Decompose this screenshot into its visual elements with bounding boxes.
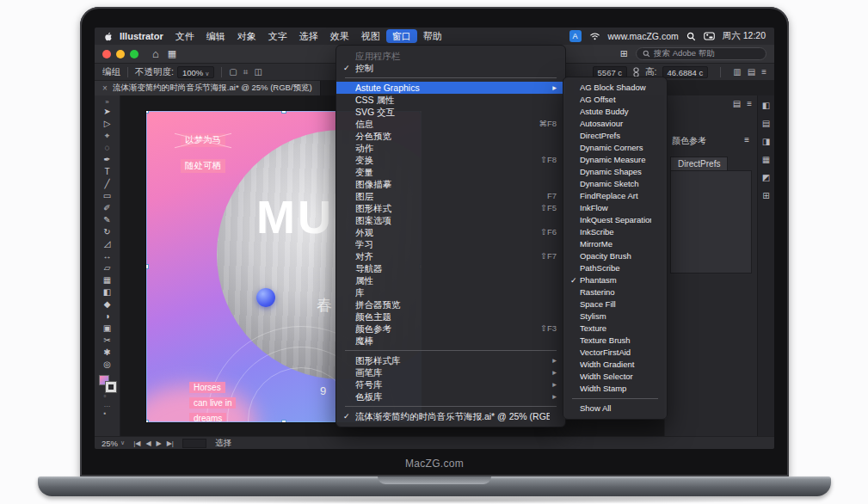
- window-menu-item-31[interactable]: ✓流体渐变简约的时尚音乐节海报.ai* @ 25% (RGB/预览): [336, 410, 565, 422]
- rectangle-tool[interactable]: ▭: [98, 190, 117, 202]
- stroke-swatch[interactable]: [106, 382, 116, 392]
- menubar-menu-4[interactable]: 选择: [293, 29, 324, 43]
- astute-submenu-item-3[interactable]: Autosaviour: [563, 118, 667, 130]
- pencil-tool[interactable]: ✎: [98, 214, 117, 226]
- selection-handle[interactable]: [146, 264, 149, 269]
- eyedropper-tool[interactable]: ◆: [98, 298, 117, 310]
- dock-icon-1[interactable]: ≡: [747, 99, 752, 108]
- lasso-tool[interactable]: ◌: [98, 142, 117, 154]
- color-guide-panel-header[interactable]: 颜色参考 ≡: [665, 132, 756, 150]
- window-menu-item-29[interactable]: 色板库▸: [336, 390, 565, 403]
- astute-submenu-item-4[interactable]: DirectPrefs: [563, 130, 667, 142]
- artboard-nav-icon-0[interactable]: |◀: [133, 439, 140, 447]
- astute-submenu-item-0[interactable]: AG Block Shadow: [563, 82, 667, 94]
- selection-handle[interactable]: [281, 111, 286, 114]
- window-menu-item-9[interactable]: 变换⇧F8: [336, 154, 565, 166]
- line-tool[interactable]: ╱: [98, 178, 117, 190]
- collapsed-panel-icon-0[interactable]: ◧: [762, 101, 770, 110]
- collapsed-panel-icon-2[interactable]: ◨: [762, 137, 770, 146]
- window-menu-item-27[interactable]: 画笔库▸: [336, 366, 565, 378]
- pen-tool[interactable]: ✒: [98, 154, 117, 166]
- menubar-menu-5[interactable]: 效果: [324, 29, 355, 43]
- spotlight-search-icon[interactable]: [686, 32, 696, 41]
- window-menu-item-22[interactable]: 颜色主题: [336, 310, 565, 323]
- poster-number-text[interactable]: 9: [320, 384, 326, 397]
- window-menu-item-19[interactable]: 属性: [336, 274, 565, 286]
- blend-tool[interactable]: ◑: [98, 310, 117, 323]
- zoom-tool[interactable]: ◎: [98, 359, 117, 371]
- poster-season-text[interactable]: 春: [317, 295, 332, 316]
- window-menu-item-17[interactable]: 对齐⇧F7: [336, 250, 565, 262]
- zoom-window-button[interactable]: [130, 50, 139, 58]
- window-menu-item-3[interactable]: Astute Graphics▸: [336, 82, 565, 94]
- gradient-tool[interactable]: ◧: [98, 286, 117, 298]
- window-menu-item-10[interactable]: 变量: [336, 166, 565, 178]
- window-menu-item-13[interactable]: 图形样式⇧F5: [336, 202, 565, 214]
- directprefs-panel-tab[interactable]: DirectPrefs: [670, 157, 728, 170]
- menubar-menu-3[interactable]: 文字: [262, 29, 293, 43]
- layout-icon[interactable]: ▦: [168, 48, 176, 59]
- wifi-icon[interactable]: [589, 32, 600, 40]
- scale-tool[interactable]: ◿: [98, 238, 117, 250]
- menubar-app-name[interactable]: Illustrator: [120, 31, 163, 41]
- menubar-menu-2[interactable]: 对象: [231, 29, 262, 43]
- astute-submenu-item-6[interactable]: Dynamic Measure: [563, 154, 667, 166]
- selection-handle[interactable]: [146, 111, 149, 114]
- poster-chip-en-3[interactable]: dreams: [189, 413, 226, 422]
- poster-chip-en-2[interactable]: can live in: [189, 397, 236, 409]
- artboard-number-field[interactable]: [182, 439, 206, 448]
- document-tab[interactable]: × 流体渐变简约的时尚音乐节海报.ai* @ 25% (RGB/预览): [95, 81, 321, 95]
- fill-stroke-swatches[interactable]: [99, 375, 116, 392]
- toolbar-collapse-icon[interactable]: »: [105, 98, 108, 106]
- control-bar-icon-0[interactable]: ▢: [229, 67, 237, 77]
- window-menu-item-26[interactable]: 图形样式库▸: [336, 354, 565, 366]
- menubar-menu-1[interactable]: 编辑: [200, 29, 231, 43]
- type-tool[interactable]: T: [98, 166, 117, 178]
- toolbar-mode-icon-0[interactable]: ▫: [104, 392, 111, 401]
- astute-submenu-item-23[interactable]: Width Gradient: [563, 359, 667, 371]
- menubar-menu-8[interactable]: 帮助: [417, 29, 448, 43]
- astute-submenu-item-9[interactable]: FindReplace Art: [563, 190, 667, 202]
- constrain-proportions-icon[interactable]: [632, 67, 640, 77]
- collapsed-panel-icon-1[interactable]: ▤: [762, 119, 770, 128]
- control-bar-icon-2[interactable]: ◫: [254, 67, 262, 77]
- free-transform-tool[interactable]: ▱: [98, 262, 117, 274]
- poster-chip-cn2[interactable]: 随处可栖: [181, 159, 225, 173]
- height-value-field[interactable]: 46.6884 c: [662, 66, 709, 78]
- selection-tool[interactable]: ➤: [98, 106, 117, 118]
- control-center-icon[interactable]: [704, 32, 715, 40]
- menubar-clock[interactable]: 周六 12:20: [723, 30, 766, 42]
- close-tab-icon[interactable]: ×: [102, 83, 108, 93]
- window-menu-item-8[interactable]: 动作: [336, 142, 565, 154]
- selection-handle[interactable]: [281, 420, 286, 422]
- control-bar-icon-0[interactable]: ▥: [733, 67, 741, 77]
- poster-chip-en-1[interactable]: Horses: [189, 382, 225, 393]
- window-menu-item-21[interactable]: 拼合器预览: [336, 298, 565, 310]
- dock-icon-0[interactable]: ▤: [733, 99, 741, 108]
- close-window-button[interactable]: [102, 50, 111, 58]
- window-menu-item-6[interactable]: 信息⌘F8: [336, 118, 565, 130]
- astute-submenu-item-19[interactable]: Stylism: [563, 310, 667, 323]
- help-search-input[interactable]: 搜索 Adobe 帮助: [636, 47, 766, 60]
- window-menu-item-18[interactable]: 导航器: [336, 262, 565, 274]
- control-bar-icon-1[interactable]: ⌗: [243, 67, 249, 77]
- astute-submenu-item-20[interactable]: Texture: [563, 323, 667, 335]
- window-menu-item-28[interactable]: 符号库▸: [336, 378, 565, 390]
- menubar-menu-6[interactable]: 视图: [355, 29, 386, 43]
- panel-menu-icon[interactable]: ≡: [744, 135, 749, 147]
- opacity-value-field[interactable]: 100%∨: [177, 66, 214, 78]
- control-bar-icon-2[interactable]: ≡: [761, 67, 766, 77]
- minimize-window-button[interactable]: [116, 50, 125, 58]
- artboard-nav-icon-2[interactable]: ▶: [157, 439, 162, 447]
- astute-submenu-item-5[interactable]: Dynamic Corners: [563, 142, 667, 154]
- paintbrush-tool[interactable]: ✐: [98, 202, 117, 214]
- window-menu-item-4[interactable]: CSS 属性: [336, 94, 565, 106]
- control-bar-icon-1[interactable]: ▤: [748, 67, 755, 77]
- window-menu-item-23[interactable]: 颜色参考⇧F3: [336, 323, 565, 335]
- astute-submenu-item-13[interactable]: MirrorMe: [563, 238, 667, 250]
- collapsed-panel-icon-5[interactable]: ⊞: [762, 191, 769, 200]
- poster-title-text[interactable]: MU: [256, 190, 334, 243]
- astute-submenu-item-18[interactable]: Space Fill: [563, 298, 667, 310]
- collapsed-panel-icon-3[interactable]: ▦: [762, 155, 770, 164]
- direct-selection-tool[interactable]: ▷: [98, 118, 117, 130]
